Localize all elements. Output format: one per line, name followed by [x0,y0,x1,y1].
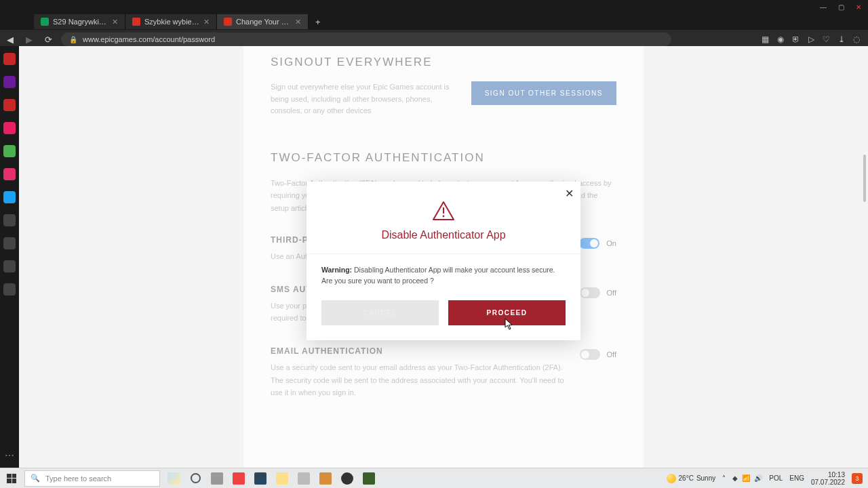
warning-icon [432,201,455,221]
taskbar-weather[interactable]: 26°C Sunny [667,474,716,483]
windows-logo-icon [7,474,16,483]
qr-icon[interactable]: ▦ [762,35,769,44]
modal-title: Disable Authenticator App [307,229,580,241]
sidebar-app-icon[interactable] [3,53,16,65]
taskbar-app-opera[interactable] [228,468,250,489]
tray-icon[interactable]: ◆ [732,474,738,482]
taskbar-app-steam[interactable] [250,468,271,489]
tab-favicon [132,18,140,26]
download-icon[interactable]: ⤓ [838,35,845,44]
proceed-button[interactable]: PROCEED [448,300,566,325]
tab-close-icon[interactable]: ✕ [112,18,118,26]
nav-forward-button[interactable]: ▶ [23,35,35,45]
heart-icon[interactable]: ♡ [823,35,830,44]
scrollbar-thumb[interactable] [863,155,866,202]
disable-authenticator-modal: ✕ Disable Authenticator App Warning: Dis… [307,182,580,340]
sun-icon [667,474,676,483]
instagram-icon[interactable] [3,168,16,180]
wifi-icon[interactable]: 📶 [742,474,750,482]
window-minimize-button[interactable]: — [816,1,830,12]
tab-close-icon[interactable]: ✕ [203,18,210,26]
tray-chevron-up-icon[interactable]: ˄ [722,474,726,482]
taskbar-app[interactable] [315,468,336,489]
lang-indicator[interactable]: POL [769,474,783,482]
taskbar-app[interactable] [358,468,380,489]
sound-icon[interactable]: 🔊 [754,474,762,482]
whatsapp-icon[interactable] [3,145,16,157]
modal-close-button[interactable]: ✕ [565,187,574,200]
browser-tab[interactable]: Szybkie wybieranie ✕ [125,14,217,29]
window-titlebar: — ▢ ✕ [0,0,868,14]
taskbar-app-obs[interactable] [336,468,358,489]
browser-tab[interactable]: S29 Nagrywki - Arkusze G… ✕ [34,14,125,29]
svg-point-1 [443,216,445,218]
opera-sidebar: ⋯ [0,46,19,468]
sidebar-app-icon[interactable] [3,260,16,272]
more-icon[interactable]: ⋯ [5,450,14,461]
tab-label: Change Your Password [236,18,291,26]
start-button[interactable] [0,468,23,489]
keyboard-indicator[interactable]: ENG [789,474,804,482]
system-tray[interactable]: ◆ 📶 🔊 [732,474,762,482]
taskbar-task-view[interactable] [206,468,228,489]
tab-close-icon[interactable]: ✕ [295,18,301,26]
address-bar[interactable]: 🔒 www.epicgames.com/account/password [61,33,671,46]
browser-tab-strip: S29 Nagrywki - Arkusze G… ✕ Szybkie wybi… [0,14,868,30]
taskbar-app-cortana[interactable] [184,468,206,489]
tab-favicon [41,18,49,26]
search-placeholder: Type here to search [45,474,111,483]
play-icon[interactable]: ▷ [808,35,814,44]
toolbar-actions: ▦ ◉ ⛨ ▷ ♡ ⤓ ◌ [762,35,864,44]
sidebar-app-icon[interactable] [3,76,16,88]
profile-icon[interactable]: ◌ [853,35,860,44]
tab-label: Szybkie wybieranie [144,18,199,26]
windows-taskbar: 🔍 Type here to search 26°C Sunny ˄ ◆ 📶 🔊… [0,468,868,488]
nav-reload-button[interactable]: ⟳ [42,35,54,45]
tab-favicon [224,18,232,26]
action-center-button[interactable]: 3 [852,473,863,484]
taskbar-clock[interactable]: 10:13 07.07.2022 [811,471,845,486]
messenger-icon[interactable] [3,122,16,134]
sidebar-app-icon[interactable] [3,99,16,111]
modal-body-text: Warning: Disabling Authenticator App wil… [307,254,580,300]
window-close-button[interactable]: ✕ [852,1,865,12]
tab-label: S29 Nagrywki - Arkusze G… [53,18,108,26]
window-maximize-button[interactable]: ▢ [834,1,848,12]
sidebar-app-icon[interactable] [3,214,16,226]
new-tab-button[interactable]: + [309,17,328,27]
shield-icon[interactable]: ⛨ [792,35,800,44]
search-icon: 🔍 [31,474,40,483]
camera-icon[interactable]: ◉ [777,35,784,44]
taskbar-app-explorer[interactable] [271,468,293,489]
lock-icon: 🔒 [69,36,77,43]
sidebar-app-icon[interactable] [3,283,16,296]
twitter-icon[interactable] [3,191,16,203]
url-text: www.epicgames.com/account/password [83,35,215,43]
nav-back-button[interactable]: ◀ [4,35,16,45]
sidebar-app-icon[interactable] [3,237,16,249]
browser-tab-active[interactable]: Change Your Password ✕ [217,14,309,29]
taskbar-app[interactable] [293,468,315,489]
taskbar-search-input[interactable]: 🔍 Type here to search [24,470,160,487]
cancel-button[interactable]: CANCEL [321,300,439,325]
taskbar-app-weather[interactable] [163,468,184,489]
